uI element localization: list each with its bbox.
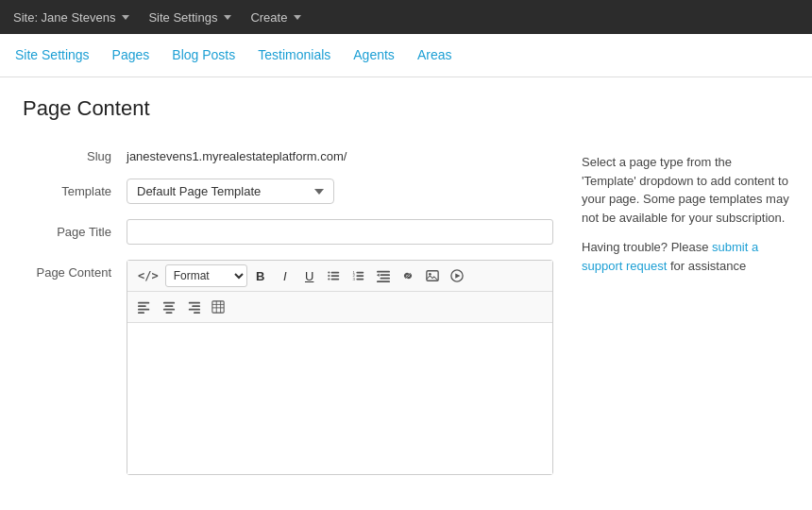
secondary-nav: Site Settings Pages Blog Posts Testimoni… <box>0 34 812 77</box>
svg-rect-31 <box>192 305 200 307</box>
toolbar-video-button[interactable] <box>446 264 468 287</box>
main-content: Page Content Slug janestevens1.myrealest… <box>0 77 812 509</box>
toolbar-code-button[interactable]: </> <box>133 264 163 287</box>
create-menu[interactable]: Create <box>250 10 301 25</box>
nav-site-settings[interactable]: Site Settings <box>15 47 90 64</box>
list-ol-icon: 1 2 3 <box>352 269 365 282</box>
form-left: Slug janestevens1.myrealestateplatform.c… <box>23 144 553 490</box>
slug-row: Slug janestevens1.myrealestateplatform.c… <box>23 144 553 163</box>
svg-rect-15 <box>377 280 390 282</box>
page-title-label: Page Title <box>23 219 127 239</box>
rich-text-editor: </> Format Heading 1 Heading 2 Heading 3… <box>127 260 553 475</box>
page-title-row: Page Title <box>23 219 553 245</box>
svg-marker-21 <box>455 273 460 278</box>
page-content-row: Page Content </> Format Heading 1 Headin… <box>23 260 553 475</box>
toolbar-ordered-list-button[interactable]: 1 2 3 <box>347 264 370 287</box>
create-menu-label: Create <box>250 10 287 25</box>
italic-icon: I <box>283 269 287 283</box>
svg-rect-25 <box>138 312 144 314</box>
editor-toolbar-row2 <box>127 292 552 323</box>
site-settings-menu[interactable]: Site Settings <box>148 10 231 25</box>
template-select-wrap: Default Page Template <box>127 178 553 204</box>
nav-agents[interactable]: Agents <box>353 47 395 64</box>
toolbar-table-button[interactable] <box>207 296 229 318</box>
underline-icon: U <box>305 269 313 283</box>
format-select[interactable]: Format Heading 1 Heading 2 Heading 3 Par… <box>165 264 247 287</box>
svg-point-4 <box>328 275 330 277</box>
svg-rect-1 <box>330 275 339 277</box>
svg-rect-26 <box>163 302 175 304</box>
page-title-input[interactable] <box>127 219 553 245</box>
indent-icon <box>377 269 390 282</box>
svg-rect-22 <box>138 302 149 304</box>
table-icon <box>211 300 225 314</box>
list-ul-icon <box>328 269 341 282</box>
svg-rect-27 <box>165 305 174 307</box>
toolbar-underline-button[interactable]: U <box>298 264 321 287</box>
svg-rect-14 <box>380 278 390 280</box>
toolbar-align-center-button[interactable] <box>158 296 180 318</box>
align-center-icon <box>162 300 176 314</box>
nav-pages[interactable]: Pages <box>112 47 150 64</box>
toolbar-unordered-list-button[interactable] <box>323 264 346 287</box>
template-label: Template <box>23 178 127 198</box>
sidebar-help-text2: Having trouble? Please submit a support … <box>582 238 789 275</box>
svg-rect-34 <box>212 301 224 313</box>
link-icon <box>401 269 414 282</box>
svg-rect-6 <box>356 272 364 274</box>
nav-blog-posts[interactable]: Blog Posts <box>172 47 235 64</box>
svg-marker-16 <box>377 273 380 277</box>
toolbar-image-button[interactable] <box>421 264 444 287</box>
template-chevron-icon <box>314 189 324 195</box>
image-icon <box>426 269 439 282</box>
toolbar-link-button[interactable] <box>397 264 419 287</box>
editor-toolbar-row1: </> Format Heading 1 Heading 2 Heading 3… <box>127 261 552 292</box>
page-title-input-wrap <box>127 219 553 245</box>
svg-rect-33 <box>194 312 200 314</box>
top-nav: Site: Jane Stevens Site Settings Create <box>0 0 812 34</box>
toolbar-align-left-button[interactable] <box>133 296 156 318</box>
page-content-label: Page Content <box>23 260 127 280</box>
site-settings-menu-label: Site Settings <box>148 10 217 25</box>
slug-value-wrap: janestevens1.myrealestateplatform.com/ <box>127 144 553 163</box>
svg-rect-12 <box>377 271 390 273</box>
editor-wrap: </> Format Heading 1 Heading 2 Heading 3… <box>127 260 553 475</box>
svg-rect-23 <box>138 305 146 307</box>
svg-rect-0 <box>330 272 339 274</box>
nav-testimonials[interactable]: Testimonials <box>258 47 330 64</box>
svg-rect-28 <box>163 309 175 311</box>
template-selected-value: Default Page Template <box>137 184 261 198</box>
svg-rect-7 <box>356 275 364 277</box>
page-title: Page Content <box>23 96 789 121</box>
bold-icon: B <box>256 269 264 283</box>
create-chevron <box>294 15 301 20</box>
sidebar-help-text1: Select a page type from the 'Template' d… <box>582 153 789 227</box>
site-menu[interactable]: Site: Jane Stevens <box>13 10 129 25</box>
editor-body[interactable] <box>127 323 552 474</box>
sidebar-help: Select a page type from the 'Template' d… <box>582 144 789 275</box>
align-right-icon <box>187 300 200 314</box>
svg-point-3 <box>328 271 330 273</box>
svg-rect-8 <box>356 279 364 280</box>
svg-point-5 <box>328 278 330 280</box>
svg-text:3: 3 <box>352 277 355 281</box>
svg-rect-24 <box>138 309 149 311</box>
nav-areas[interactable]: Areas <box>417 47 452 64</box>
svg-rect-2 <box>330 279 339 280</box>
sidebar-assistance-text: for assistance <box>667 259 746 273</box>
toolbar-bold-button[interactable]: B <box>249 264 272 287</box>
site-settings-chevron <box>224 15 231 20</box>
svg-rect-30 <box>189 302 200 304</box>
toolbar-indent-button[interactable] <box>372 264 395 287</box>
toolbar-italic-button[interactable]: I <box>274 264 296 287</box>
svg-rect-13 <box>380 274 390 276</box>
svg-point-19 <box>429 273 431 276</box>
template-row: Template Default Page Template <box>23 178 553 204</box>
align-left-icon <box>138 300 151 314</box>
sidebar-trouble-text: Having trouble? Please <box>582 240 712 254</box>
toolbar-align-right-button[interactable] <box>182 296 205 318</box>
slug-value: janestevens1.myrealestateplatform.com/ <box>127 144 553 163</box>
svg-rect-29 <box>166 312 173 314</box>
template-dropdown[interactable]: Default Page Template <box>127 178 334 204</box>
slug-label: Slug <box>23 144 127 163</box>
